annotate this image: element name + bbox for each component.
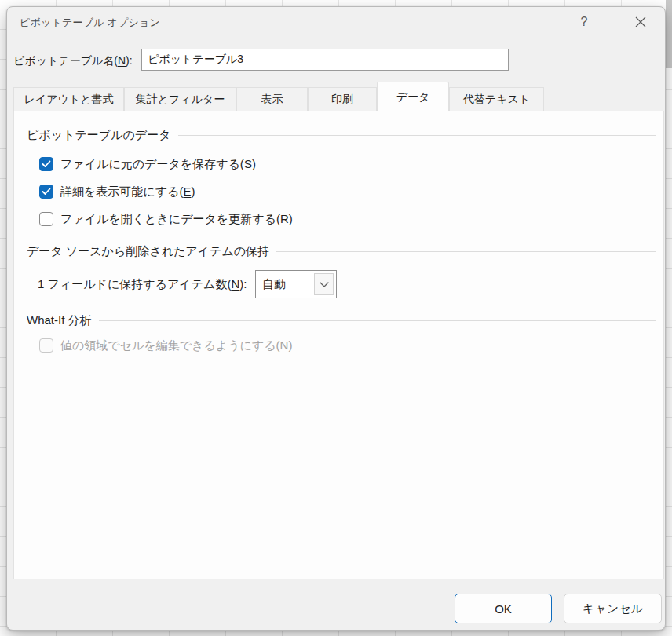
- close-icon[interactable]: [630, 12, 651, 32]
- cancel-button[interactable]: キャンセル: [564, 594, 662, 623]
- tab-display[interactable]: 表示: [236, 87, 308, 111]
- pivot-name-input[interactable]: [141, 49, 509, 71]
- checkbox-row-save-source-data[interactable]: ファイルに元のデータを保存する(S): [39, 156, 256, 172]
- help-icon[interactable]: ?: [574, 12, 594, 32]
- group-retain-items: データ ソースから削除されたアイテムの保持: [27, 243, 656, 259]
- checkbox-label: 詳細を表示可能にする(E): [60, 185, 195, 199]
- items-to-retain-dropdown[interactable]: 自動: [255, 270, 337, 298]
- checkbox-label: ファイルを開くときにデータを更新する(R): [60, 212, 293, 227]
- checkbox[interactable]: [39, 185, 53, 199]
- tab-data[interactable]: データ: [377, 82, 449, 111]
- checkbox[interactable]: [39, 157, 53, 171]
- dialog-titlebar[interactable]: ピボットテーブル オプション ?: [7, 7, 665, 38]
- checkbox[interactable]: [39, 212, 53, 226]
- dropdown-value: 自動: [256, 277, 286, 292]
- data-tab-panel: ピボットテーブルのデータ ファイルに元のデータを保存する(S) 詳細を表示可能に…: [13, 111, 664, 579]
- ok-button[interactable]: OK: [455, 594, 552, 623]
- dialog-title: ピボットテーブル オプション: [20, 16, 160, 30]
- checkbox-row-enable-show-details[interactable]: 詳細を表示可能にする(E): [39, 184, 195, 199]
- tab-totals-filters[interactable]: 集計とフィルター: [124, 87, 236, 111]
- group-divider: [99, 320, 656, 321]
- pivot-table-options-dialog: ピボットテーブル オプション ? ピボットテーブル名(N): レイアウトと書式 …: [6, 6, 666, 631]
- items-to-retain-label: 1 フィールドに保持するアイテム数(N):: [38, 270, 247, 298]
- checkbox-row-enable-cell-editing: 値の領域でセルを編集できるようにする(N): [39, 338, 292, 353]
- excel-background-corner: [666, 0, 672, 68]
- pivot-name-label: ピボットテーブル名(N):: [13, 53, 133, 68]
- group-divider: [178, 135, 656, 136]
- checkbox-label: ファイルに元のデータを保存する(S): [60, 157, 256, 172]
- checkbox-label: 値の領域でセルを編集できるようにする(N): [60, 338, 292, 353]
- tab-printing[interactable]: 印刷: [308, 87, 377, 111]
- chevron-down-icon[interactable]: [314, 273, 334, 295]
- checkbox: [39, 338, 53, 353]
- group-divider: [276, 251, 656, 252]
- tab-layout-format[interactable]: レイアウトと書式: [13, 87, 124, 111]
- tab-alt-text[interactable]: 代替テキスト: [449, 87, 544, 111]
- group-what-if: What-If 分析: [27, 313, 656, 328]
- checkbox-row-refresh-on-open[interactable]: ファイルを開くときにデータを更新する(R): [39, 211, 293, 227]
- group-pivot-data: ピボットテーブルのデータ: [27, 127, 656, 143]
